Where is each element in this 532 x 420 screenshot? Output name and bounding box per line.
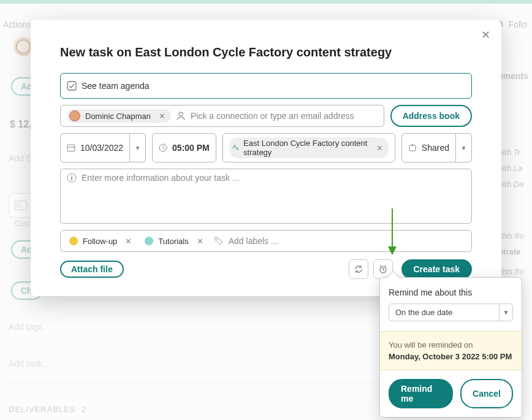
svg-point-10 [216, 239, 218, 240]
connection-placeholder: Pick a connection or type an email addre… [191, 111, 378, 121]
checkbox-icon [67, 81, 77, 91]
repeat-button[interactable] [349, 259, 368, 279]
alarm-icon [378, 264, 388, 274]
svg-point-8 [71, 175, 72, 177]
popover-title: Remind me about this [389, 288, 513, 297]
labels-input[interactable]: Follow-up ✕ Tutorials ✕ Add labels ... [60, 230, 472, 252]
project-icon [232, 143, 238, 152]
dot-icon [69, 237, 78, 245]
reminder-notice-label: You will be reminded on [389, 340, 513, 349]
svg-rect-6 [409, 145, 416, 151]
calendar-icon [67, 143, 75, 152]
shared-icon [408, 143, 417, 152]
reminder-option-select[interactable]: On the due date ▼ [389, 304, 513, 321]
create-task-button[interactable]: Create task [401, 259, 473, 279]
connection-input[interactable]: Dominic Chapman ✕ Pick a connection or t… [60, 105, 384, 127]
svg-rect-2 [67, 82, 76, 90]
svg-point-3 [179, 112, 183, 116]
clock-icon [159, 143, 167, 152]
notes-textarea[interactable]: Enter more information about your task .… [60, 169, 472, 224]
date-dropdown-icon[interactable]: ▼ [130, 133, 146, 162]
new-task-modal: ✕ New task on East London Cycle Factory … [31, 20, 501, 296]
svg-rect-9 [71, 177, 72, 180]
time-value: 05:00 PM [172, 143, 210, 153]
remove-label-icon[interactable]: ✕ [122, 237, 135, 246]
chevron-down-icon[interactable]: ▼ [499, 304, 512, 321]
labels-placeholder: Add labels ... [229, 236, 465, 246]
cancel-button[interactable]: Cancel [460, 379, 513, 408]
reminder-notice-datetime: Monday, October 3 2022 5:00 PM [389, 352, 513, 361]
reminder-notice: You will be reminded on Monday, October … [380, 331, 522, 370]
notes-placeholder: Enter more information about your task .… [82, 173, 465, 183]
attach-file-button[interactable]: Attach file [60, 261, 124, 278]
close-icon[interactable]: ✕ [481, 28, 490, 42]
svg-rect-4 [67, 145, 75, 151]
tag-icon [214, 236, 224, 246]
visibility-dropdown-icon[interactable]: ▼ [456, 133, 472, 162]
connection-chip: Dominic Chapman ✕ [67, 109, 171, 123]
task-name-input[interactable]: See team agenda [60, 73, 472, 99]
visibility-value: Shared [422, 143, 449, 153]
label-followup: Follow-up ✕ [67, 235, 137, 247]
date-value: 10/03/2022 [80, 143, 123, 153]
task-name-value: See team agenda [82, 81, 150, 91]
person-icon [176, 111, 186, 121]
dot-icon [145, 237, 153, 245]
remind-me-button[interactable]: Remind me [389, 379, 453, 408]
modal-title: New task on East London Cycle Factory co… [60, 45, 472, 59]
remove-label-icon[interactable]: ✕ [194, 237, 207, 246]
date-field[interactable]: 10/03/2022 ▼ [60, 133, 146, 162]
reminder-option-value: On the due date [389, 304, 499, 321]
label-tutorials: Tutorials ✕ [142, 235, 208, 247]
remove-chip-icon[interactable]: ✕ [156, 112, 169, 121]
visibility-field[interactable]: Shared ▼ [401, 133, 472, 162]
remove-project-icon[interactable]: ✕ [373, 143, 386, 153]
project-field[interactable]: East London Cycle Factory content strate… [222, 133, 395, 162]
project-chip: East London Cycle Factory content strate… [229, 137, 389, 158]
info-icon [67, 173, 77, 183]
avatar-icon [69, 110, 80, 121]
reminder-popover: Remind me about this On the due date ▼ Y… [379, 277, 522, 418]
address-book-button[interactable]: Address book [390, 105, 472, 127]
time-field[interactable]: 05:00 PM [152, 133, 216, 162]
repeat-icon [354, 264, 363, 274]
